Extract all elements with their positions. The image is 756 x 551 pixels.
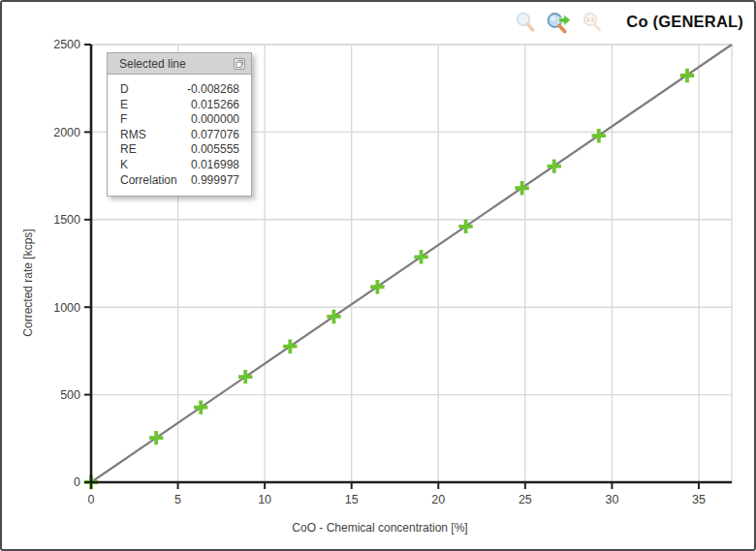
panel-title: Selected line <box>119 57 186 71</box>
y-tick-label: 1500 <box>53 213 80 227</box>
data-point-marker[interactable] <box>327 310 340 323</box>
zoom-next-magnifier-arrow-icon[interactable] <box>546 10 572 35</box>
data-point-marker[interactable] <box>414 250 427 263</box>
x-tick-label: 35 <box>692 493 706 506</box>
param-label: RMS <box>120 128 146 143</box>
x-tick-label: 0 <box>88 493 95 506</box>
y-axis-title: Corrected rate [kcps] <box>21 229 35 336</box>
param-row-f: F 0.000000 <box>120 112 239 128</box>
data-point-marker[interactable] <box>283 339 297 352</box>
y-tick-label: 500 <box>60 388 80 402</box>
x-tick-label: 30 <box>605 493 618 506</box>
y-tick-label: 1000 <box>53 301 80 315</box>
param-value: 0.077076 <box>191 128 239 143</box>
param-value: 0.016998 <box>191 158 239 173</box>
x-tick-label: 10 <box>258 493 271 506</box>
data-point-marker[interactable] <box>238 370 252 383</box>
data-point-marker[interactable] <box>458 220 472 233</box>
param-row-d: D -0.008268 <box>120 82 239 98</box>
y-tick-label: 2500 <box>53 38 80 51</box>
param-value: 0.000000 <box>191 112 239 128</box>
param-label: E <box>120 98 128 113</box>
x-tick-label: 20 <box>431 493 445 506</box>
param-row-correlation: Correlation 0.999977 <box>120 173 239 189</box>
param-value: -0.008268 <box>187 82 239 98</box>
y-tick-label: 2000 <box>53 126 80 139</box>
page-title: Co (GENERAL) <box>626 13 743 31</box>
selected-line-panel-header[interactable]: Selected line <box>107 52 252 74</box>
data-point-marker[interactable] <box>194 400 207 413</box>
param-label: Correlation <box>120 173 177 189</box>
selected-line-parameters: D -0.008268 E 0.015266 F 0.000000 RMS 0.… <box>107 74 252 197</box>
param-label: F <box>120 112 127 128</box>
x-tick-label: 5 <box>174 493 181 506</box>
param-row-re: RE 0.005555 <box>120 142 239 158</box>
y-tick-label: 0 <box>74 475 80 489</box>
x-tick-label: 15 <box>345 493 359 506</box>
x-axis-title: CoO - Chemical concentration [%] <box>292 521 467 535</box>
param-value: 0.005555 <box>191 142 239 158</box>
param-label: D <box>120 82 129 98</box>
zoom-magnifier-icon[interactable] <box>513 10 539 35</box>
calibration-window: 0510152025303505001000150020002500CoO - … <box>0 0 756 551</box>
param-value: 0.015266 <box>191 98 239 113</box>
x-tick-label: 25 <box>519 493 532 506</box>
param-row-k: K 0.016998 <box>120 158 239 173</box>
selected-line-panel: Selected line D -0.008268 E 0.015266 F 0… <box>107 52 252 197</box>
data-point-marker[interactable] <box>370 280 384 293</box>
chart-toolbar: 1:1 <box>513 10 605 35</box>
svg-text:1:1: 1:1 <box>585 16 593 22</box>
param-row-e: E 0.015266 <box>120 98 239 113</box>
float-window-icon[interactable] <box>233 57 246 71</box>
zoom-one-to-one-magnifier-icon[interactable]: 1:1 <box>579 10 605 35</box>
param-label: RE <box>120 142 137 158</box>
param-label: K <box>120 158 128 173</box>
data-point-marker[interactable] <box>149 431 163 444</box>
param-value: 0.999977 <box>191 173 239 189</box>
param-row-rms: RMS 0.077076 <box>120 128 239 143</box>
